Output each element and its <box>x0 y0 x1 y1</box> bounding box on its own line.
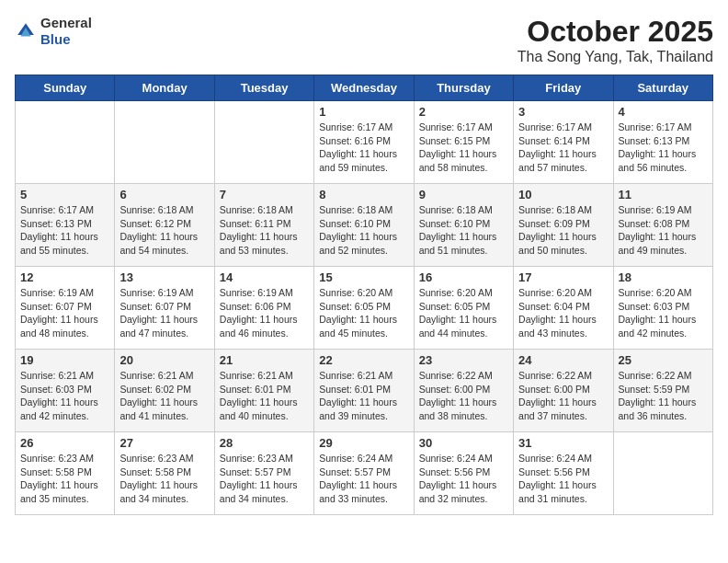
cell-info: Sunrise: 6:20 AM Sunset: 6:03 PM Dayligh… <box>619 286 708 340</box>
cell-info: Sunrise: 6:19 AM Sunset: 6:07 PM Dayligh… <box>119 286 209 340</box>
calendar-cell: 9 Sunrise: 6:18 AM Sunset: 6:10 PM Dayli… <box>414 184 513 267</box>
calendar-cell <box>613 432 712 515</box>
daylight-text: Daylight: 11 hours and 48 minutes. <box>20 314 98 339</box>
cell-info: Sunrise: 6:17 AM Sunset: 6:13 PM Dayligh… <box>619 121 708 175</box>
sunrise-text: Sunrise: 6:21 AM <box>20 370 94 381</box>
calendar-cell: 7 Sunrise: 6:18 AM Sunset: 6:11 PM Dayli… <box>214 184 313 267</box>
calendar-cell: 24 Sunrise: 6:22 AM Sunset: 6:00 PM Dayl… <box>514 350 613 432</box>
daylight-text: Daylight: 11 hours and 46 minutes. <box>220 314 298 339</box>
daylight-text: Daylight: 11 hours and 58 minutes. <box>419 148 497 173</box>
calendar-cell <box>115 101 214 184</box>
calendar-cell: 8 Sunrise: 6:18 AM Sunset: 6:10 PM Dayli… <box>314 184 414 267</box>
sunset-text: Sunset: 6:09 PM <box>518 218 590 229</box>
sunset-text: Sunset: 6:03 PM <box>20 384 92 395</box>
calendar-cell: 6 Sunrise: 6:18 AM Sunset: 6:12 PM Dayli… <box>115 184 214 267</box>
sunset-text: Sunset: 6:13 PM <box>20 218 92 229</box>
sunset-text: Sunset: 5:58 PM <box>119 466 191 477</box>
sunset-text: Sunset: 6:10 PM <box>319 218 391 229</box>
daylight-text: Daylight: 11 hours and 36 minutes. <box>619 396 697 421</box>
cell-info: Sunrise: 6:18 AM Sunset: 6:09 PM Dayligh… <box>518 203 608 258</box>
calendar-cell: 28 Sunrise: 6:23 AM Sunset: 5:57 PM Dayl… <box>214 432 313 515</box>
day-number: 17 <box>518 270 608 284</box>
calendar-cell: 2 Sunrise: 6:17 AM Sunset: 6:15 PM Dayli… <box>414 101 513 184</box>
page-header: General Blue October 2025 Tha Song Yang,… <box>15 15 713 65</box>
calendar-cell: 13 Sunrise: 6:19 AM Sunset: 6:07 PM Dayl… <box>115 267 214 350</box>
day-number: 10 <box>518 188 608 201</box>
calendar-week-5: 26 Sunrise: 6:23 AM Sunset: 5:58 PM Dayl… <box>16 432 713 515</box>
daylight-text: Daylight: 11 hours and 43 minutes. <box>518 314 597 339</box>
sunset-text: Sunset: 6:10 PM <box>419 218 491 229</box>
cell-info: Sunrise: 6:18 AM Sunset: 6:10 PM Dayligh… <box>419 203 508 258</box>
calendar-cell: 25 Sunrise: 6:22 AM Sunset: 5:59 PM Dayl… <box>613 350 712 432</box>
weekday-header-tuesday: Tuesday <box>214 75 313 101</box>
sunrise-text: Sunrise: 6:20 AM <box>619 287 692 298</box>
cell-info: Sunrise: 6:20 AM Sunset: 6:05 PM Dayligh… <box>419 286 508 340</box>
logo-general: General <box>40 15 92 30</box>
sunset-text: Sunset: 6:08 PM <box>619 218 690 229</box>
sunrise-text: Sunrise: 6:20 AM <box>319 287 392 298</box>
weekday-header-sunday: Sunday <box>16 75 115 101</box>
sunset-text: Sunset: 6:05 PM <box>419 301 491 312</box>
daylight-text: Daylight: 11 hours and 34 minutes. <box>119 479 198 504</box>
calendar-week-4: 19 Sunrise: 6:21 AM Sunset: 6:03 PM Dayl… <box>16 350 713 432</box>
daylight-text: Daylight: 11 hours and 53 minutes. <box>220 231 298 256</box>
sunset-text: Sunset: 6:01 PM <box>319 384 391 395</box>
month-title: October 2025 <box>518 15 713 49</box>
calendar-cell: 22 Sunrise: 6:21 AM Sunset: 6:01 PM Dayl… <box>314 350 414 432</box>
calendar-cell: 23 Sunrise: 6:22 AM Sunset: 6:00 PM Dayl… <box>414 350 513 432</box>
sunset-text: Sunset: 6:01 PM <box>220 384 291 395</box>
cell-info: Sunrise: 6:18 AM Sunset: 6:11 PM Dayligh… <box>220 203 309 258</box>
sunrise-text: Sunrise: 6:17 AM <box>20 204 94 215</box>
daylight-text: Daylight: 11 hours and 37 minutes. <box>518 396 597 421</box>
sunrise-text: Sunrise: 6:17 AM <box>619 121 692 132</box>
calendar-cell: 11 Sunrise: 6:19 AM Sunset: 6:08 PM Dayl… <box>613 184 712 267</box>
day-number: 9 <box>419 188 508 201</box>
sunset-text: Sunset: 6:11 PM <box>220 218 291 229</box>
daylight-text: Daylight: 11 hours and 50 minutes. <box>518 231 597 256</box>
sunrise-text: Sunrise: 6:20 AM <box>518 287 592 298</box>
cell-info: Sunrise: 6:20 AM Sunset: 6:05 PM Dayligh… <box>319 286 408 340</box>
calendar-week-2: 5 Sunrise: 6:17 AM Sunset: 6:13 PM Dayli… <box>16 184 713 267</box>
calendar-cell <box>16 101 115 184</box>
cell-info: Sunrise: 6:24 AM Sunset: 5:56 PM Dayligh… <box>419 452 508 506</box>
sunrise-text: Sunrise: 6:24 AM <box>518 453 592 464</box>
sunset-text: Sunset: 6:14 PM <box>518 135 590 146</box>
day-number: 26 <box>20 436 109 450</box>
daylight-text: Daylight: 11 hours and 41 minutes. <box>119 396 198 421</box>
calendar-cell: 31 Sunrise: 6:24 AM Sunset: 5:56 PM Dayl… <box>514 432 613 515</box>
sunset-text: Sunset: 5:58 PM <box>20 466 92 477</box>
sunrise-text: Sunrise: 6:23 AM <box>20 453 94 464</box>
day-number: 12 <box>20 270 109 284</box>
day-number: 4 <box>619 105 708 119</box>
logo-blue: Blue <box>40 31 71 47</box>
daylight-text: Daylight: 11 hours and 51 minutes. <box>419 231 497 256</box>
daylight-text: Daylight: 11 hours and 47 minutes. <box>119 314 198 339</box>
cell-info: Sunrise: 6:23 AM Sunset: 5:58 PM Dayligh… <box>119 452 209 506</box>
calendar-cell: 30 Sunrise: 6:24 AM Sunset: 5:56 PM Dayl… <box>414 432 513 515</box>
day-number: 3 <box>518 105 608 119</box>
daylight-text: Daylight: 11 hours and 38 minutes. <box>419 396 497 421</box>
sunset-text: Sunset: 5:56 PM <box>419 466 491 477</box>
cell-info: Sunrise: 6:20 AM Sunset: 6:04 PM Dayligh… <box>518 286 608 340</box>
day-number: 6 <box>119 188 209 201</box>
sunrise-text: Sunrise: 6:18 AM <box>518 204 592 215</box>
sunset-text: Sunset: 6:00 PM <box>419 384 491 395</box>
day-number: 22 <box>319 353 408 367</box>
sunrise-text: Sunrise: 6:24 AM <box>419 453 493 464</box>
sunrise-text: Sunrise: 6:18 AM <box>419 204 493 215</box>
day-number: 23 <box>419 353 508 367</box>
sunrise-text: Sunrise: 6:18 AM <box>220 204 293 215</box>
daylight-text: Daylight: 11 hours and 45 minutes. <box>319 314 397 339</box>
weekday-header-friday: Friday <box>514 75 613 101</box>
calendar-cell: 26 Sunrise: 6:23 AM Sunset: 5:58 PM Dayl… <box>16 432 115 515</box>
cell-info: Sunrise: 6:17 AM Sunset: 6:15 PM Dayligh… <box>419 121 508 175</box>
calendar-cell: 15 Sunrise: 6:20 AM Sunset: 6:05 PM Dayl… <box>314 267 414 350</box>
weekday-header-monday: Monday <box>115 75 214 101</box>
calendar-cell: 19 Sunrise: 6:21 AM Sunset: 6:03 PM Dayl… <box>16 350 115 432</box>
sunset-text: Sunset: 6:12 PM <box>119 218 191 229</box>
sunrise-text: Sunrise: 6:22 AM <box>619 370 692 381</box>
cell-info: Sunrise: 6:19 AM Sunset: 6:06 PM Dayligh… <box>220 286 309 340</box>
daylight-text: Daylight: 11 hours and 42 minutes. <box>20 396 98 421</box>
calendar-cell: 3 Sunrise: 6:17 AM Sunset: 6:14 PM Dayli… <box>514 101 613 184</box>
cell-info: Sunrise: 6:19 AM Sunset: 6:07 PM Dayligh… <box>20 286 109 340</box>
